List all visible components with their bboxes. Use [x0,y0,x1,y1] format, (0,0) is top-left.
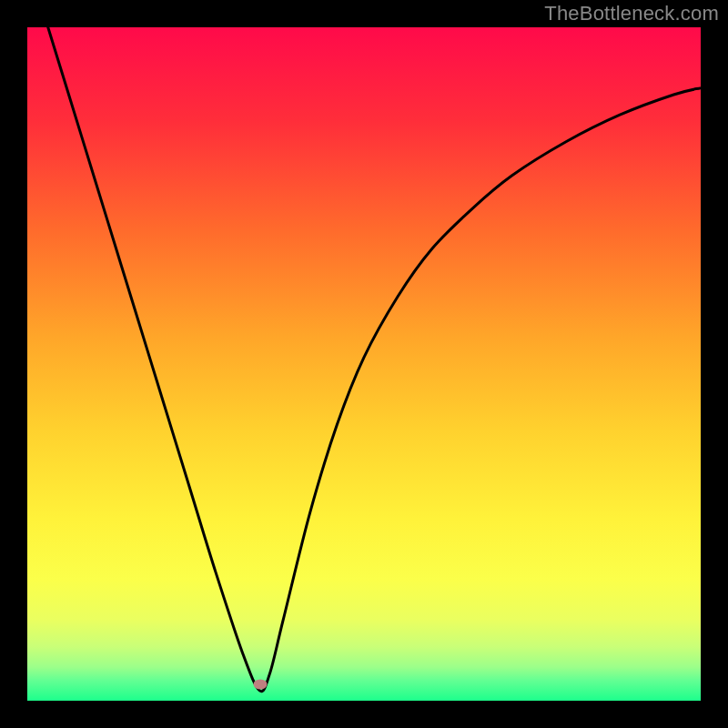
minimum-point-icon [254,680,268,690]
watermark-text: TheBottleneck.com [544,2,719,25]
bottleneck-curve [27,27,701,701]
chart-frame: TheBottleneck.com [0,0,728,728]
curve-path [27,27,701,692]
plot-area [27,27,701,701]
